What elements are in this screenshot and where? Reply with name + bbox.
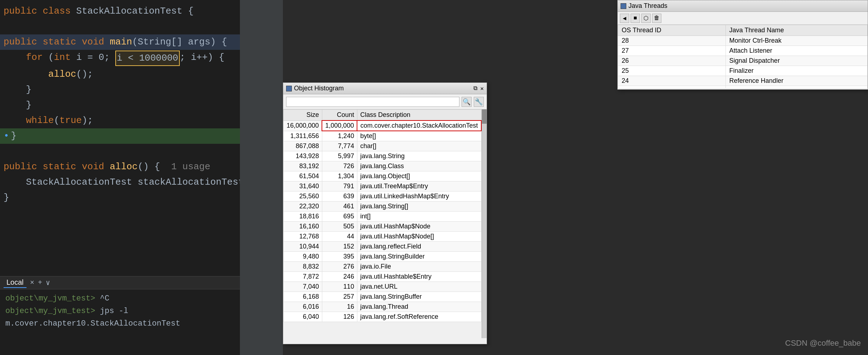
histogram-row[interactable]: 10,944152java.lang.reflect.Field <box>284 242 482 252</box>
histogram-search-input[interactable] <box>286 97 459 107</box>
code-line-1: public class StackAllocationTest { <box>0 4 240 19</box>
scrollbar-thumb[interactable] <box>482 109 487 124</box>
code-line-alloc: alloc(); <box>0 67 240 82</box>
java-threads-window: Java Threads ◀ ■ ⬡ 🗑 OS Thread ID Java T… <box>617 0 868 90</box>
histogram-row[interactable]: 61,5041,304java.lang.Object[] <box>284 171 482 181</box>
thread-name: Attach Listener <box>725 46 867 56</box>
hist-class: com.cover.chapter10.StackAllocationTest <box>357 120 481 131</box>
hist-count: 44 <box>322 232 357 242</box>
threads-table: OS Thread ID Java Thread Name 28Monitor … <box>618 25 868 88</box>
hist-class: java.lang.Object[] <box>357 171 481 181</box>
histogram-restore-btn[interactable]: ⧉ <box>473 85 477 92</box>
histogram-title: Object Histogram <box>294 85 473 92</box>
terminal-line-2: object\my_jvm_test> jps -l <box>5 305 235 317</box>
toolbar-btn-hex[interactable]: ⬡ <box>641 14 651 23</box>
histogram-row[interactable]: 83,192726java.lang.Class <box>284 161 482 171</box>
histogram-row[interactable]: 18,816695int[] <box>284 212 482 222</box>
middle-gutter <box>240 0 283 355</box>
java-threads-toolbar: ◀ ■ ⬡ 🗑 <box>618 12 868 25</box>
histogram-close-btn[interactable]: ✕ <box>480 85 484 92</box>
hist-count: 1,304 <box>322 171 357 181</box>
toolbar-btn-delete[interactable]: 🗑 <box>652 14 661 23</box>
thread-row[interactable]: 28Monitor Ctrl-Break <box>618 36 868 46</box>
hist-class: java.lang.Class <box>357 161 481 171</box>
hist-class: java.util.TreeMap$Entry <box>357 181 481 191</box>
hist-size: 31,640 <box>284 181 322 191</box>
hist-class: java.lang.String[] <box>357 202 481 212</box>
hist-size: 8,832 <box>284 262 322 272</box>
hist-class: int[] <box>357 212 481 222</box>
terminal-tab-local[interactable]: Local <box>4 278 26 288</box>
histogram-row[interactable]: 143,9285,997java.lang.String <box>284 151 482 161</box>
toolbar-btn-stop[interactable]: ■ <box>631 14 640 23</box>
terminal-line-3: m.cover.chapter10.StackAllocationTest <box>5 317 235 330</box>
hist-class: java.lang.StringBuilder <box>357 252 481 262</box>
hist-size: 6,016 <box>284 302 322 312</box>
histogram-row[interactable]: 1,311,6561,240byte[] <box>284 131 482 141</box>
histogram-row[interactable]: 6,01616java.lang.Thread <box>284 302 482 312</box>
condition-highlight: i < 1000000 <box>115 51 180 66</box>
histogram-settings-btn[interactable]: 🔧 <box>474 97 484 107</box>
histogram-row[interactable]: 7,872246java.util.Hashtable$Entry <box>284 272 482 282</box>
histogram-row[interactable]: 8,832276java.io.File <box>284 262 482 272</box>
thread-row[interactable]: 25Finalizer <box>618 66 868 76</box>
histogram-row[interactable]: 6,168257java.lang.StringBuffer <box>284 292 482 302</box>
histogram-window: Object Histogram ⧉ ✕ 🔍 🔧 Size Count Clas… <box>283 82 487 344</box>
terminal-tab-minus[interactable]: × <box>30 279 34 287</box>
hist-class: java.net.URL <box>357 282 481 292</box>
code-line-for: for (int i = 0; i < 1000000; i++) { <box>0 50 240 67</box>
histogram-row[interactable]: 16,000,0001,000,000com.cover.chapter10.S… <box>284 120 482 131</box>
hist-size: 7,040 <box>284 282 322 292</box>
hist-class: byte[] <box>357 131 481 141</box>
hist-count: 110 <box>322 282 357 292</box>
thread-name: Reference Handler <box>725 76 867 86</box>
histogram-search-btn[interactable]: 🔍 <box>462 97 472 107</box>
histogram-row[interactable]: 867,0887,774char[] <box>284 141 482 151</box>
threads-col-os-id: OS Thread ID <box>618 25 726 36</box>
code-line-blank <box>0 19 240 34</box>
terminal-tab-plus[interactable]: + <box>38 279 42 287</box>
code-line-close-alloc: } <box>0 190 240 205</box>
terminal-tab-down[interactable]: ∨ <box>46 278 50 287</box>
hist-count: 5,997 <box>322 151 357 161</box>
hist-count: 246 <box>322 272 357 282</box>
thread-row[interactable]: 27Attach Listener <box>618 46 868 56</box>
histogram-scroll-area[interactable]: Size Count Class Description 16,000,0001… <box>283 109 482 338</box>
thread-row[interactable]: 24Reference Handler <box>618 76 868 86</box>
hist-count: 152 <box>322 242 357 252</box>
thread-name: Signal Dispatcher <box>725 56 867 66</box>
histogram-row[interactable]: 9,480395java.lang.StringBuilder <box>284 252 482 262</box>
hist-count: 126 <box>322 312 357 322</box>
hist-count: 726 <box>322 161 357 171</box>
hist-size: 16,160 <box>284 222 322 232</box>
threads-table-container: OS Thread ID Java Thread Name 28Monitor … <box>618 25 868 88</box>
hist-count: 1,240 <box>322 131 357 141</box>
hist-count: 395 <box>322 252 357 262</box>
histogram-row[interactable]: 7,040110java.net.URL <box>284 282 482 292</box>
hist-size: 61,504 <box>284 171 322 181</box>
hist-size: 16,000,000 <box>284 120 322 131</box>
terminal-content: object\my_jvm_test> ^C object\my_jvm_tes… <box>0 289 240 333</box>
histogram-scrollbar[interactable] <box>482 109 487 338</box>
histogram-row[interactable]: 25,560639java.util.LinkedHashMap$Entry <box>284 191 482 202</box>
hist-size: 9,480 <box>284 252 322 262</box>
toolbar-btn-back[interactable]: ◀ <box>620 14 629 23</box>
code-line-close-main-inner: } <box>0 98 240 113</box>
hist-count: 7,774 <box>322 141 357 151</box>
hist-size: 6,168 <box>284 292 322 302</box>
histogram-row[interactable]: 22,320461java.lang.String[] <box>284 202 482 212</box>
histogram-row[interactable]: 12,76844java.util.HashMap$Node[] <box>284 232 482 242</box>
histogram-row[interactable]: 31,640791java.util.TreeMap$Entry <box>284 181 482 191</box>
hist-count: 505 <box>322 222 357 232</box>
code-line-while: while(true); <box>0 113 240 128</box>
thread-name: main <box>725 86 867 88</box>
hist-size: 10,944 <box>284 242 322 252</box>
thread-os-id: 24 <box>618 76 726 86</box>
hist-class: java.lang.Thread <box>357 302 481 312</box>
thread-row[interactable]: 26Signal Dispatcher <box>618 56 868 66</box>
code-line-alloc-sig: public static void alloc() { 1 usage <box>0 159 240 175</box>
histogram-row[interactable]: 6,040126java.lang.ref.SoftReference <box>284 312 482 322</box>
histogram-row[interactable]: 16,160505java.util.HashMap$Node <box>284 222 482 232</box>
hist-count: 639 <box>322 191 357 202</box>
thread-row[interactable]: 4main <box>618 86 868 88</box>
